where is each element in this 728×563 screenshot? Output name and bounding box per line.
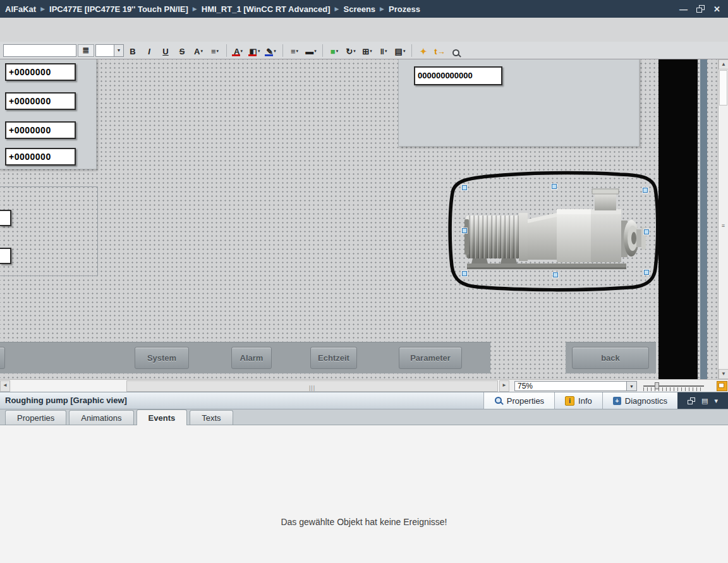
io-field-clipped[interactable] [0, 248, 11, 264]
restore-panel-icon[interactable] [688, 397, 695, 404]
drawing-area[interactable]: +0000000 +0000000 +0000000 +0000000 0000… [0, 59, 718, 379]
dropdown-caret-icon[interactable]: ▾ [200, 45, 203, 58]
breadcrumb-item-runtime[interactable]: HMI_RT_1 [WinCC RT Advanced] [202, 4, 331, 14]
dropdown-caret-icon[interactable]: ▾ [240, 45, 243, 58]
format-painter-button[interactable]: ✦ [416, 44, 431, 58]
dropdown-caret-icon[interactable]: ▾ [258, 45, 260, 58]
nav-button-system[interactable]: System [135, 347, 189, 369]
vertical-scroll-thumb[interactable] [719, 70, 727, 106]
line-width-button[interactable]: ▬▾ [303, 44, 318, 58]
scroll-right-icon[interactable]: ► [499, 380, 509, 392]
io-field[interactable]: +0000000 [5, 92, 76, 110]
collapse-panel-icon[interactable]: ▾ [714, 397, 718, 404]
dropdown-caret-icon[interactable]: ▾ [385, 45, 387, 58]
tab-animations[interactable]: Animations [69, 410, 133, 425]
selection-handle[interactable] [462, 185, 467, 190]
zoom-slider[interactable] [641, 380, 713, 392]
display-field[interactable]: 000000000000 [414, 66, 502, 85]
nav-button-back[interactable]: back [572, 347, 649, 369]
nav-button-parameter[interactable]: Parameter [399, 347, 462, 369]
font-name-combo[interactable] [3, 44, 76, 57]
tab-texts[interactable]: Texts [190, 410, 233, 425]
selection-handle[interactable] [462, 228, 467, 233]
fill-color-bar [248, 54, 257, 56]
selection-handle[interactable] [462, 271, 467, 276]
menu-strip [0, 18, 728, 42]
selection-handle[interactable] [643, 188, 648, 193]
tab-properties[interactable]: Properties [5, 410, 66, 425]
dropdown-caret-icon[interactable]: ▾ [353, 45, 356, 58]
breadcrumb-item-screens[interactable]: Screens [344, 4, 376, 14]
font-style-input[interactable] [96, 45, 114, 56]
close-icon[interactable]: ✕ [713, 5, 720, 13]
dropdown-caret-icon[interactable]: ▾ [403, 45, 406, 58]
fit-to-screen-icon[interactable] [717, 381, 727, 391]
zoom-dropdown-icon[interactable]: ▼ [626, 382, 636, 390]
font-size-button[interactable]: A▾ [191, 44, 206, 58]
tab-sequence-button[interactable]: t→ [432, 44, 447, 58]
selection-handle[interactable] [553, 272, 558, 277]
pump-graphic[interactable] [464, 188, 648, 275]
dropdown-caret-icon[interactable]: ▾ [370, 45, 372, 58]
text-align-button[interactable]: ≡▾ [207, 44, 222, 58]
toolbar-separator [226, 44, 227, 57]
bold-button[interactable]: B [125, 44, 140, 58]
breadcrumb-item-device[interactable]: IPC477E [IPC477E 19'' Touch PN/IE] [49, 4, 188, 14]
line-style-button[interactable]: ≡▾ [287, 44, 302, 58]
distribute-objects-button[interactable]: ‖▾ [376, 44, 391, 58]
toolbar-separator [411, 44, 412, 57]
dropdown-caret-icon[interactable]: ▾ [217, 45, 219, 58]
io-field-clipped[interactable] [0, 210, 11, 226]
selection-handle[interactable] [644, 229, 649, 234]
font-style-combo[interactable]: ▼ [95, 44, 124, 57]
fill-color-button[interactable]: ◧▾ [247, 44, 262, 58]
nav-button-alarm[interactable]: Alarm [231, 347, 272, 369]
nav-button-clipped[interactable] [0, 347, 5, 369]
tab-events[interactable]: Events [136, 409, 188, 425]
horizontal-scroll-track[interactable]: ||| [11, 380, 499, 392]
dropdown-caret-icon[interactable]: ▾ [296, 45, 299, 58]
dropdown-caret-icon[interactable]: ▾ [336, 45, 339, 58]
io-field[interactable]: +0000000 [5, 63, 76, 81]
black-rectangle-object[interactable] [658, 59, 698, 379]
layer-order-button[interactable]: ▤▾ [392, 44, 408, 58]
inspector-tab-info[interactable]: i Info [554, 392, 602, 409]
object-color-button[interactable]: ■▾ [327, 44, 342, 58]
underline-button[interactable]: U [158, 44, 173, 58]
dropdown-caret-icon[interactable]: ▾ [314, 45, 317, 58]
font-name-input[interactable] [4, 45, 76, 56]
vertical-scrollbar[interactable]: ▲ ≡ ▼ [718, 59, 728, 379]
combo-arrow-icon[interactable]: ▼ [114, 45, 123, 56]
breadcrumb-item-screen[interactable]: Prozess [389, 4, 420, 14]
dropdown-caret-icon[interactable]: ▾ [274, 45, 276, 58]
line-color-button[interactable]: ✎▾ [264, 44, 279, 58]
inspector-tab-properties[interactable]: Properties [483, 392, 554, 409]
io-field[interactable]: +0000000 [5, 148, 76, 166]
blue-rectangle-object[interactable] [700, 59, 707, 379]
zoom-selection-button[interactable] [449, 44, 464, 58]
restore-icon[interactable] [696, 5, 705, 13]
align-objects-button[interactable]: ⊞▾ [360, 44, 375, 58]
rotate-object-button[interactable]: ↻▾ [343, 44, 358, 58]
io-field[interactable]: +0000000 [5, 121, 76, 139]
selection-handle[interactable] [644, 270, 649, 275]
panel-list-icon[interactable]: ▤ [701, 397, 708, 404]
minimize-icon[interactable]: — [679, 5, 688, 13]
horizontal-scroll-thumb[interactable]: ||| [126, 380, 498, 392]
font-color-button[interactable]: A▾ [231, 44, 246, 58]
inspector-tab-diagnostics[interactable]: + Diagnostics [602, 392, 677, 409]
zoom-level-combo[interactable]: 75% ▼ [514, 381, 637, 391]
mid-left-frame-object[interactable] [0, 186, 98, 276]
nav-button-echtzeit[interactable]: Echtzeit [310, 347, 357, 369]
hmi-nav-bar[interactable]: System Alarm Echtzeit Parameter [0, 342, 490, 373]
scroll-up-icon[interactable]: ▲ [719, 59, 728, 70]
breadcrumb-item-project[interactable]: AlFaKat [5, 4, 36, 14]
selection-handle[interactable] [552, 184, 557, 189]
font-list-button[interactable]: ≣ [78, 44, 94, 57]
hmi-nav-back-segment[interactable]: back [566, 342, 656, 373]
scroll-left-icon[interactable]: ◄ [0, 380, 10, 392]
italic-button[interactable]: I [142, 44, 157, 58]
splitter-grip-icon[interactable]: ≡ [719, 221, 728, 230]
strikethrough-button[interactable]: S [174, 44, 190, 58]
scroll-down-icon[interactable]: ▼ [719, 369, 728, 379]
